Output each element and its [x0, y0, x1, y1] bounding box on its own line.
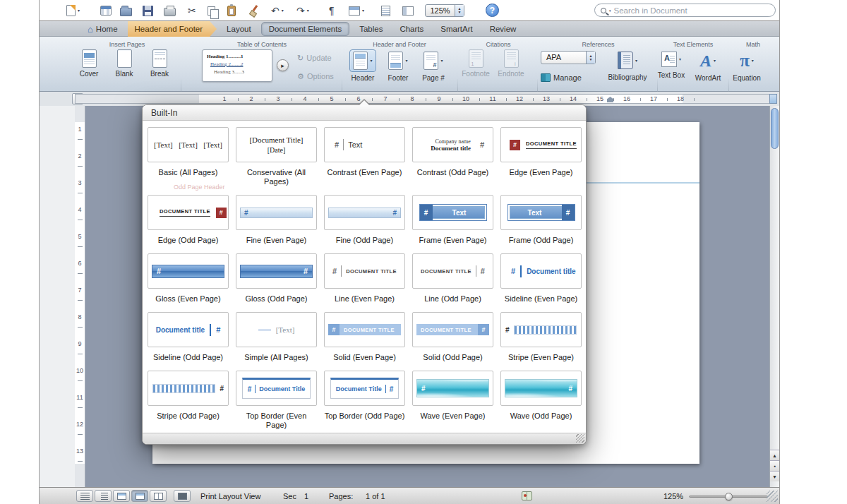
format-painter-button[interactable]	[247, 3, 260, 18]
document-map-button[interactable]	[380, 3, 392, 18]
gallery-item[interactable]: #Fine (Odd Page)	[324, 195, 405, 245]
gallery-item[interactable]: #Document TitleTop Border (Even Page)	[236, 371, 317, 430]
resize-grip-icon[interactable]	[576, 434, 584, 443]
gallery-item[interactable]: #TextContrast (Even Page)	[324, 127, 405, 186]
vertical-scrollbar[interactable]: ▲ ● ▼	[769, 106, 779, 487]
gallery-item-label: Frame (Even Page)	[412, 236, 493, 245]
gallery-item[interactable]: #Gloss (Even Page)	[148, 253, 229, 304]
bibliography-button[interactable]: ▾ Bibliography	[606, 49, 649, 81]
step-down-icon[interactable]: ▼	[458, 11, 462, 14]
outline-view-button[interactable]	[95, 490, 112, 502]
gallery-item[interactable]: #Stripe (Odd Page)	[148, 371, 229, 430]
cut-button[interactable]: ✂	[186, 3, 198, 18]
select-browse-object-button[interactable]: ●	[770, 460, 779, 471]
zoom-combobox[interactable]: 125% ▲▼	[425, 4, 464, 17]
gallery-item[interactable]: #Wave (Odd Page)	[500, 371, 582, 430]
tab-home[interactable]: ⌂Home	[80, 21, 125, 37]
gallery-item[interactable]: #Wave (Even Page)	[412, 371, 493, 430]
gallery-item[interactable]: DOCUMENT TITLE#Line (Odd Page)	[412, 253, 493, 304]
toc-style-preview[interactable]: Heading 1..........1 Heading 2........2 …	[202, 49, 272, 82]
letter-a-icon: A	[664, 54, 670, 62]
paste-button[interactable]	[226, 3, 237, 18]
publishing-layout-view-button[interactable]	[113, 490, 130, 502]
gallery-item[interactable]: #Gloss (Odd Page)	[236, 253, 317, 304]
new-document-button[interactable]: ▾	[65, 3, 81, 18]
print-button[interactable]	[162, 3, 177, 18]
tab-stop-marker[interactable]	[607, 97, 613, 102]
manage-citations-button[interactable]: Manage	[541, 73, 582, 82]
search-field[interactable]: ▾	[594, 4, 776, 17]
gallery-item[interactable]: Company nameDocument title#Contrast (Odd…	[412, 127, 493, 186]
toc-update-button[interactable]: ↻Update	[297, 54, 332, 62]
page-number-button[interactable]: ▾ Page #	[417, 49, 450, 82]
gallery-item[interactable]: DOCUMENT TITLE#Edge (Odd Page)	[148, 195, 229, 245]
stepper-icon[interactable]: ▲▼	[455, 5, 464, 16]
citation-style-select[interactable]: APA ▲▼	[541, 51, 596, 64]
browse-previous-button[interactable]: ▲	[770, 450, 779, 460]
tab-document-elements[interactable]: Document Elements	[261, 22, 350, 36]
gallery-item[interactable]: #Fine (Even Page)	[236, 195, 317, 245]
tab-review[interactable]: Review	[483, 21, 524, 37]
text-box-button[interactable]: A▾ Text Box	[655, 49, 687, 79]
undo-button[interactable]: ↶▾	[270, 3, 285, 18]
gallery-item[interactable]: Text#Frame (Odd Page)	[500, 195, 582, 245]
scrollbar-thumb[interactable]	[771, 108, 779, 149]
gallery-item[interactable]: Document Title#Top Border (Odd Page)	[324, 371, 405, 430]
template-gallery-button[interactable]	[99, 3, 113, 18]
gallery-item[interactable]: [Text]Simple (All Pages)	[236, 312, 317, 362]
open-button[interactable]	[119, 3, 133, 18]
tab-smartart[interactable]: SmartArt	[433, 21, 479, 37]
help-button[interactable]: ?	[486, 4, 499, 17]
draft-view-button[interactable]	[76, 490, 93, 502]
gallery-section-title: Built-In	[143, 105, 586, 121]
notebook-layout-view-button[interactable]	[150, 490, 167, 502]
focus-view-button[interactable]	[174, 490, 191, 502]
gallery-item[interactable]: #DOCUMENT TITLEEdge (Even Page)	[500, 127, 582, 186]
tab-header-and-footer[interactable]: Header and Footer	[128, 21, 217, 37]
endnote-button[interactable]: Endnote	[495, 49, 527, 78]
gallery-item[interactable]: #DOCUMENT TITLESolid (Even Page)	[324, 312, 405, 362]
browse-next-button[interactable]: ▼	[770, 471, 779, 481]
sidebar-toggle-button[interactable]	[401, 3, 415, 18]
tab-tables[interactable]: Tables	[352, 21, 390, 37]
step-down-icon[interactable]: ▼	[589, 58, 593, 61]
zoom-slider-knob[interactable]	[725, 493, 733, 500]
search-input[interactable]	[614, 6, 769, 15]
cover-button[interactable]: Cover	[73, 49, 105, 78]
ribbon-group-math: Math π▾ Equation	[730, 40, 776, 90]
zoom-slider[interactable]	[689, 496, 768, 498]
split-view-handle[interactable]	[769, 94, 777, 104]
blank-page-button[interactable]: Blank	[108, 49, 140, 78]
view-options-button[interactable]: ▾	[347, 3, 366, 18]
gallery-item[interactable]: [Text][Text][Text]Basic (All Pages)	[148, 127, 229, 186]
gallery-scroll-strip[interactable]	[143, 433, 586, 444]
gallery-item[interactable]: DOCUMENT TITLE#Solid (Odd Page)	[412, 312, 493, 362]
gallery-item[interactable]: Document title#Sideline (Odd Page)	[148, 312, 229, 362]
window-resize-grip[interactable]	[767, 491, 778, 502]
footer-button[interactable]: ▾ Footer	[382, 49, 414, 82]
toc-options-button[interactable]: ⚙Options	[297, 72, 334, 80]
gallery-item[interactable]: #DOCUMENT TITLELine (Even Page)	[324, 253, 405, 304]
tab-charts[interactable]: Charts	[392, 21, 431, 37]
wordart-button[interactable]: A▾ WordArt	[692, 49, 724, 82]
gallery-item[interactable]: #Document titleSideline (Even Page)	[500, 253, 582, 304]
spelling-status-icon[interactable]	[522, 491, 532, 500]
zoom-percent-label: 125%	[663, 492, 683, 500]
toc-gallery-expand-button[interactable]: ▸	[277, 59, 289, 71]
footnote-button[interactable]: Footnote	[459, 49, 492, 78]
equation-button[interactable]: π▾ Equation	[731, 49, 763, 82]
show-paragraph-marks-button[interactable]: ¶	[328, 3, 336, 18]
tab-layout[interactable]: Layout	[220, 21, 258, 37]
gallery-item[interactable]: #Stripe (Even Page)	[500, 312, 582, 362]
save-button[interactable]	[141, 3, 155, 18]
gallery-item[interactable]: [Document Title][Date]Conservative (All …	[236, 127, 317, 186]
redo-button[interactable]: ↷▾	[295, 3, 311, 18]
ruler-number: 1	[75, 126, 85, 133]
print-layout-view-button[interactable]	[131, 490, 148, 502]
copy-button[interactable]	[206, 3, 217, 18]
stepper-icon[interactable]: ▲▼	[586, 52, 595, 64]
gallery-item-label: Line (Odd Page)	[412, 294, 493, 304]
header-button[interactable]: ▾ Header	[347, 49, 379, 82]
gallery-item[interactable]: #TextFrame (Even Page)	[412, 195, 493, 245]
page-break-button[interactable]: Break	[143, 49, 176, 78]
